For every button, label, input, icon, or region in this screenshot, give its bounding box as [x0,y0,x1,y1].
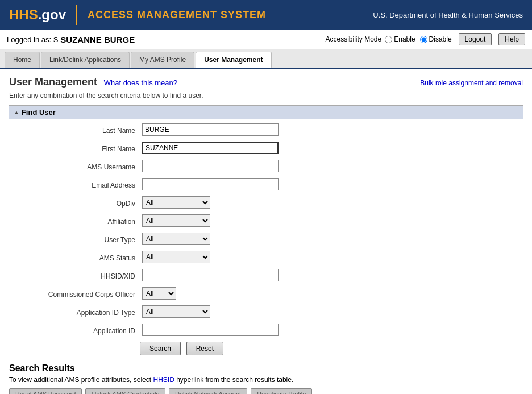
user-bar: Logged in as: S SUZANNE BURGE Accessibil… [0,30,532,49]
help-button[interactable]: Help [498,33,525,45]
last-name-row: Last Name [26,123,523,136]
search-results-section: Search Results To view additional AMS pr… [9,363,523,394]
last-name-label: Last Name [26,125,140,135]
logged-in-label: Logged in as: S [7,35,58,44]
ams-username-input[interactable] [142,160,279,172]
app-id-input[interactable] [142,324,279,336]
nav-tabs: Home Link/Delink Applications My AMS Pro… [0,49,532,69]
affiliation-row: Affiliation All [26,214,523,227]
opdiv-row: OpDiv All [26,196,523,209]
commissioned-label: Commissioned Corps Officer [26,288,140,298]
disable-radio[interactable] [420,36,427,43]
search-form: Last Name First Name AMS Username Email … [9,123,523,336]
app-id-type-label: Application ID Type [26,306,140,317]
hhs-text: HHS [9,7,38,22]
system-title: ACCESS MANAGEMENT SYSTEM [88,9,266,21]
page-header: User Management What does this mean? Bul… [9,76,523,88]
email-row: Email Address [26,178,523,190]
results-note: To view additional AMS profile attribute… [9,376,523,384]
triangle-icon: ▲ [14,109,19,115]
hhsid-label: HHSID/XID [26,270,140,280]
ams-status-label: AMS Status [26,252,140,262]
first-name-input[interactable] [142,142,279,154]
ams-status-row: AMS Status All [26,251,523,263]
tab-link-delink[interactable]: Link/Delink Applications [41,52,130,68]
accessibility-section: Accessibility Mode Enable Disable [326,35,452,43]
commissioned-select[interactable]: All [142,287,176,300]
radio-group: Enable Disable [385,35,451,43]
ams-username-row: AMS Username [26,160,523,172]
app-id-label: Application ID [26,325,140,335]
accessibility-label: Accessibility Mode [326,35,382,43]
header-left: HHS.gov ACCESS MANAGEMENT SYSTEM [9,5,266,25]
email-input[interactable] [142,178,279,190]
hhsid-note-link[interactable]: HHSID [153,376,174,384]
user-name: SUZANNE BURGE [60,35,135,44]
opdiv-select[interactable]: All [142,196,210,209]
email-label: Email Address [26,179,140,189]
first-name-label: First Name [26,143,140,153]
header-divider [76,5,77,25]
tab-my-ams-profile[interactable]: My AMS Profile [131,52,194,68]
first-name-row: First Name [26,142,523,154]
find-user-section-header: ▲ Find User [9,105,523,119]
affiliation-select[interactable]: All [142,214,210,227]
what-does-this-mean-link[interactable]: What does this mean? [104,78,177,87]
enable-radio[interactable] [385,36,392,43]
gov-text: .gov [38,7,66,22]
hhsid-input[interactable] [142,269,279,281]
opdiv-label: OpDiv [26,197,140,208]
bulk-role-link[interactable]: Bulk role assignment and removal [420,79,523,87]
find-user-label: Find User [22,108,56,117]
user-bar-left: Logged in as: S SUZANNE BURGE [7,35,135,44]
commissioned-row: Commissioned Corps Officer All [26,287,523,300]
results-title: Search Results [9,363,523,374]
page-title: User Management [9,76,97,88]
radio-disable[interactable]: Disable [420,35,452,43]
enable-label: Enable [394,35,415,43]
user-type-select[interactable]: All [142,233,210,245]
logout-button[interactable]: Logout [459,33,492,45]
action-buttons: Reset AMS Password Unlock AMS Credential… [9,388,523,394]
tab-home[interactable]: Home [5,52,40,68]
hhs-logo: HHS.gov [9,7,66,23]
app-id-row: Application ID [26,324,523,336]
reset-button[interactable]: Reset [186,342,223,355]
header: HHS.gov ACCESS MANAGEMENT SYSTEM U.S. De… [0,0,532,30]
unlock-ams-credentials-button[interactable]: Unlock AMS Credentials [85,388,165,394]
ams-username-label: AMS Username [26,161,140,171]
reactivate-profile-button[interactable]: Reactivate Profile [251,388,312,394]
sub-text: Enter any combination of the search crit… [9,92,523,99]
ams-status-select[interactable]: All [142,251,210,263]
affiliation-label: Affiliation [26,215,140,226]
hhsid-row: HHSID/XID [26,269,523,281]
delink-network-account-button[interactable]: Delink Network Account [169,388,247,394]
form-buttons: Search Reset [140,342,523,355]
app-id-type-row: Application ID Type All [26,305,523,318]
search-button[interactable]: Search [140,342,181,355]
radio-enable[interactable]: Enable [385,35,415,43]
app-id-type-select[interactable]: All [142,305,210,318]
tab-user-management[interactable]: User Management [196,52,271,68]
user-type-row: User Type All [26,233,523,245]
user-bar-right: Accessibility Mode Enable Disable Logout… [326,33,526,45]
last-name-input[interactable] [142,123,279,136]
disable-label: Disable [429,35,452,43]
header-right-text: U.S. Department of Health & Human Servic… [373,11,523,19]
main-content: User Management What does this mean? Bul… [0,69,532,394]
reset-ams-password-button[interactable]: Reset AMS Password [9,388,82,394]
page-title-row: User Management What does this mean? [9,76,177,88]
user-type-label: User Type [26,234,140,244]
